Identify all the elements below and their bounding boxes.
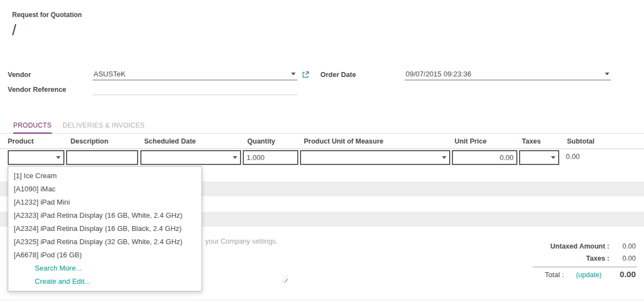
order-date-label: Order Date bbox=[320, 71, 356, 79]
product-option[interactable]: [A2323] iPad Retina Display (16 GB, Whit… bbox=[8, 209, 201, 222]
update-total-link[interactable]: (update) bbox=[576, 271, 602, 279]
tab-deliveries-invoices[interactable]: DELIVERIES & INVOICES bbox=[63, 118, 145, 133]
col-header-quantity: Quantity bbox=[220, 137, 275, 145]
order-date-caret-icon[interactable] bbox=[605, 73, 609, 75]
subtotal-value: 0.00 bbox=[566, 152, 580, 161]
product-autocomplete-dropdown: [1] Ice Cream [A1090] iMac [A1232] iPad … bbox=[8, 166, 202, 291]
uom-combobox[interactable] bbox=[300, 150, 450, 165]
external-link-icon[interactable] bbox=[302, 71, 309, 79]
create-and-edit-link[interactable]: Create and Edit... bbox=[8, 275, 201, 288]
product-option[interactable]: [1] Ice Cream bbox=[8, 169, 201, 183]
total-value: 0.00 bbox=[609, 269, 636, 279]
product-option[interactable]: [A1232] iPad Mini bbox=[8, 196, 201, 209]
order-date-combobox[interactable] bbox=[405, 68, 611, 80]
textarea-resize-handle[interactable] bbox=[281, 276, 288, 283]
untaxed-amount-label: Untaxed Amount : bbox=[550, 243, 609, 250]
search-more-link[interactable]: Search More... bbox=[8, 262, 201, 275]
product-caret-icon[interactable] bbox=[56, 156, 61, 159]
taxes-label: Taxes : bbox=[586, 255, 609, 262]
tab-products[interactable]: PRODUCTS bbox=[13, 118, 52, 134]
col-header-product: Product bbox=[8, 137, 34, 145]
taxes-caret-icon[interactable] bbox=[551, 156, 555, 159]
product-input[interactable] bbox=[9, 153, 63, 162]
taxes-value: 0.00 bbox=[609, 255, 636, 262]
col-header-description: Description bbox=[70, 137, 108, 145]
scheduled-date-input[interactable] bbox=[141, 153, 240, 162]
vendor-input[interactable] bbox=[92, 70, 291, 78]
col-header-uom: Product Unit of Measure bbox=[304, 137, 383, 145]
col-header-unit-price: Unit Price bbox=[432, 137, 487, 145]
request-for-quotation-form: Request for Quotation / Vendor Order Dat… bbox=[0, 0, 644, 303]
col-header-subtotal: Subtotal bbox=[567, 137, 594, 145]
order-date-input[interactable] bbox=[405, 70, 605, 78]
product-option[interactable]: [A2324] iPad Retina Display (16 GB, Blac… bbox=[8, 222, 201, 235]
quantity-cell[interactable] bbox=[243, 150, 298, 165]
vendor-combobox[interactable] bbox=[92, 68, 297, 80]
quantity-input[interactable] bbox=[244, 153, 297, 162]
untaxed-amount-value: 0.00 bbox=[609, 243, 636, 250]
description-input[interactable] bbox=[67, 153, 137, 162]
taxes-row: Taxes : 0.00 bbox=[495, 255, 636, 262]
scheduled-date-caret-icon[interactable] bbox=[233, 156, 237, 159]
totals-divider bbox=[533, 267, 637, 267]
order-lines-table-header: Product Description Scheduled Date Quant… bbox=[0, 135, 644, 149]
product-option[interactable]: [A6678] iPod (16 GB) bbox=[8, 249, 201, 262]
notebook-tabs: PRODUCTS DELIVERIES & INVOICES bbox=[0, 118, 644, 134]
product-option[interactable]: [A1090] iMac bbox=[8, 183, 201, 196]
document-type-label: Request for Quotation bbox=[12, 11, 82, 19]
uom-input[interactable] bbox=[301, 153, 449, 162]
vendor-reference-input[interactable] bbox=[92, 85, 297, 93]
vendor-reference-field[interactable] bbox=[92, 83, 297, 95]
form-bottom-divider bbox=[0, 300, 644, 300]
uom-caret-icon[interactable] bbox=[442, 156, 446, 159]
taxes-combobox[interactable] bbox=[519, 150, 559, 165]
total-label: Total : bbox=[545, 271, 564, 279]
vendor-label: Vendor bbox=[8, 71, 31, 79]
document-number: / bbox=[12, 22, 17, 39]
vendor-reference-label: Vendor Reference bbox=[8, 86, 66, 93]
vendor-caret-icon[interactable] bbox=[291, 73, 296, 75]
terms-hint-text: your Company settings. bbox=[205, 238, 277, 245]
untaxed-amount-row: Untaxed Amount : 0.00 bbox=[495, 243, 636, 250]
description-cell[interactable] bbox=[66, 150, 138, 165]
total-row: Total : (update) 0.00 bbox=[495, 269, 636, 279]
col-header-scheduled-date: Scheduled Date bbox=[144, 137, 196, 145]
product-combobox[interactable] bbox=[8, 150, 64, 165]
unit-price-cell[interactable] bbox=[452, 150, 517, 165]
product-option[interactable]: [A2325] iPad Retina Display (32 GB, Whit… bbox=[8, 235, 201, 249]
scheduled-date-combobox[interactable] bbox=[140, 150, 241, 165]
unit-price-input[interactable] bbox=[453, 153, 516, 162]
col-header-taxes: Taxes bbox=[522, 137, 541, 145]
